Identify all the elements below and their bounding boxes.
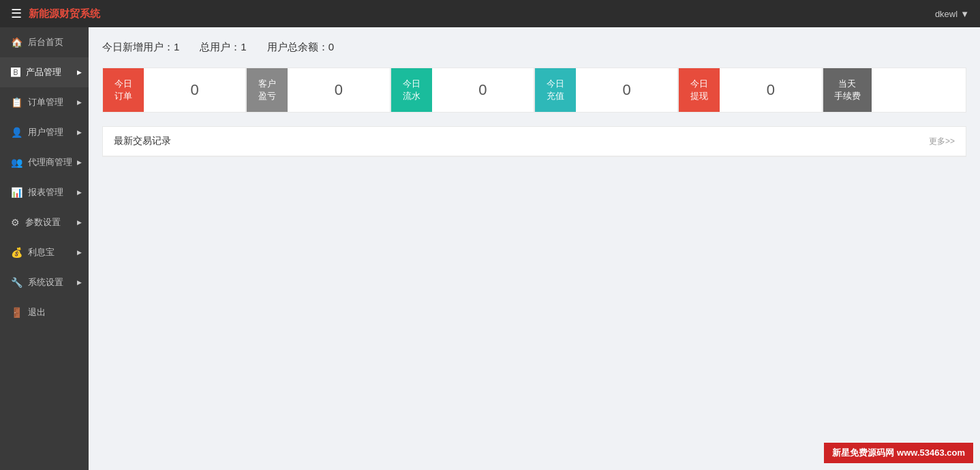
- sidebar-icon-product: 🅱: [11, 67, 20, 78]
- card-today_order: 今日订单 0: [102, 68, 246, 113]
- cards-row: 今日订单 0 客户盈亏 0 今日流水 0 今日充值 0 今日提现 0 当天手续费: [102, 68, 966, 113]
- sidebar-icon-report: 📊: [11, 187, 22, 198]
- card-label-today_flow: 今日流水: [391, 68, 432, 112]
- sidebar-icon-lixi: 💰: [11, 247, 22, 258]
- sidebar-item-order[interactable]: 📋 订单管理: [0, 87, 89, 117]
- new-users-stat: 今日新增用户：1: [102, 41, 179, 54]
- sidebar-label-product: 产品管理: [26, 66, 61, 78]
- sidebar-item-system[interactable]: 🔧 系统设置: [0, 267, 89, 297]
- sidebar-label-user: 用户管理: [28, 126, 63, 138]
- username: dkewl: [935, 9, 958, 19]
- sidebar-icon-order: 📋: [11, 97, 22, 108]
- app-title: 新能源财贸系统: [29, 8, 100, 20]
- sidebar-item-product[interactable]: 🅱 产品管理: [0, 57, 89, 87]
- more-link[interactable]: 更多>>: [929, 136, 955, 147]
- sidebar-item-user[interactable]: 👤 用户管理: [0, 117, 89, 147]
- sidebar-label-order: 订单管理: [28, 96, 63, 108]
- card-label-today_order: 今日订单: [103, 68, 144, 112]
- sidebar-label-dashboard: 后台首页: [28, 36, 63, 48]
- balance-stat: 用户总余额：0: [267, 41, 334, 54]
- total-users-stat: 总用户：1: [200, 41, 246, 54]
- card-label-daily_fee: 当天手续费: [823, 68, 872, 112]
- sidebar-icon-logout: 🚪: [11, 307, 22, 318]
- sidebar-item-report[interactable]: 📊 报表管理: [0, 177, 89, 207]
- sidebar-label-lixi: 利息宝: [28, 246, 55, 259]
- title-suffix: 系统: [80, 8, 100, 19]
- transaction-header: 最新交易记录 更多>>: [103, 127, 966, 156]
- sidebar-item-dashboard[interactable]: 🏠 后台首页: [0, 27, 89, 57]
- card-today_flow: 今日流水 0: [391, 68, 534, 113]
- user-info[interactable]: dkewl ▼: [935, 9, 969, 19]
- card-client_loss: 客户盈亏 0: [246, 68, 390, 113]
- card-today_withdraw: 今日提现 0: [678, 68, 822, 113]
- sidebar-label-agent: 代理商管理: [28, 156, 72, 168]
- card-label-client_loss: 客户盈亏: [247, 68, 288, 112]
- main-content: 今日新增用户：1 总用户：1 用户总余额：0 今日订单 0 客户盈亏 0 今日流…: [89, 27, 980, 470]
- user-dropdown-icon[interactable]: ▼: [960, 9, 969, 19]
- sidebar-item-lixi[interactable]: 💰 利息宝: [0, 237, 89, 267]
- card-value-today_withdraw: 0: [720, 72, 821, 108]
- sidebar-icon-dashboard: 🏠: [11, 37, 22, 48]
- stats-header: 今日新增用户：1 总用户：1 用户总余额：0: [102, 41, 966, 54]
- card-label-today_withdraw: 今日提现: [679, 68, 720, 112]
- card-value-client_loss: 0: [288, 72, 389, 108]
- sidebar-item-agent[interactable]: 👥 代理商管理: [0, 147, 89, 177]
- watermark: 新星免费源码网 www.53463.com: [824, 443, 973, 463]
- title-prefix: 新能源财贸: [29, 8, 80, 19]
- menu-icon[interactable]: ☰: [11, 6, 22, 21]
- sidebar-label-params: 参数设置: [25, 216, 61, 229]
- layout: 🏠 后台首页 🅱 产品管理 📋 订单管理 👤 用户管理 👥 代理商管理 📊 报表…: [0, 27, 980, 470]
- topbar-left: ☰ 新能源财贸系统: [11, 6, 100, 21]
- card-value-today_order: 0: [144, 72, 245, 108]
- card-value-daily_fee: [872, 80, 966, 100]
- topbar: ☰ 新能源财贸系统 dkewl ▼: [0, 0, 980, 27]
- sidebar-icon-params: ⚙: [11, 217, 20, 228]
- card-label-today_recharge: 今日充值: [535, 68, 576, 112]
- sidebar-label-report: 报表管理: [28, 186, 63, 199]
- sidebar-icon-agent: 👥: [11, 157, 22, 168]
- card-value-today_flow: 0: [432, 72, 534, 108]
- card-value-today_recharge: 0: [576, 72, 677, 108]
- transaction-title: 最新交易记录: [114, 135, 171, 147]
- card-daily_fee: 当天手续费: [823, 68, 966, 113]
- sidebar-item-logout[interactable]: 🚪 退出: [0, 297, 89, 327]
- sidebar: 🏠 后台首页 🅱 产品管理 📋 订单管理 👤 用户管理 👥 代理商管理 📊 报表…: [0, 27, 89, 470]
- card-today_recharge: 今日充值 0: [534, 68, 678, 113]
- sidebar-label-system: 系统设置: [28, 276, 63, 289]
- sidebar-icon-user: 👤: [11, 127, 22, 138]
- sidebar-icon-system: 🔧: [11, 277, 22, 288]
- transaction-section: 最新交易记录 更多>>: [102, 126, 966, 157]
- sidebar-item-params[interactable]: ⚙ 参数设置: [0, 207, 89, 237]
- sidebar-label-logout: 退出: [28, 306, 46, 319]
